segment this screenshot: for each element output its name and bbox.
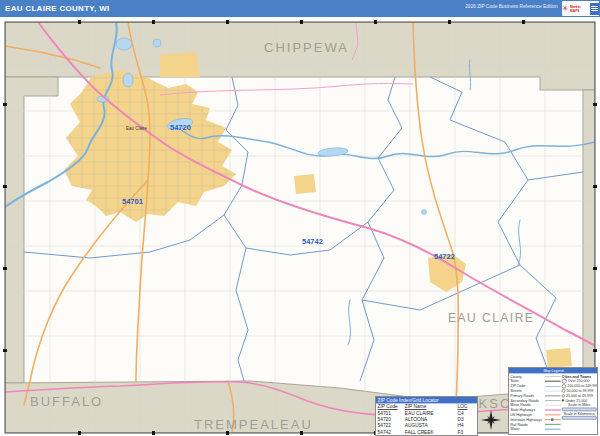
city-symbol-icon — [562, 394, 565, 397]
scale-km-bar — [562, 416, 597, 420]
legend-label: Primary Roads — [510, 394, 545, 398]
logo-wordmark: Market MAPS — [570, 5, 589, 13]
zip-label-54701: 54701 — [122, 197, 143, 206]
county-label-eau-claire: EAU CLAIRE — [448, 311, 534, 325]
table-row: 54742 FALL CREEK F3 — [376, 429, 478, 435]
logo-chip-icon — [590, 3, 599, 15]
primary-roads-swatch — [545, 395, 561, 396]
zip-index-table: ZIP Code Index/Grid Locator ZIP Code ZIP… — [375, 396, 478, 436]
population-class: 100,000 to 249,999 — [562, 384, 597, 389]
map-layers: CHIPPEWA EAU CLAIRE BUFFALO TREMPEALEAU … — [5, 22, 595, 433]
logo-brand-top: Market — [570, 5, 581, 7]
legend-label: State Highways — [510, 408, 545, 412]
legend-city-symbols: Cities and Towns Over 250,000 100,000 to… — [562, 373, 598, 432]
railroads-swatch — [545, 424, 561, 425]
logo-star-icon: ✳ — [562, 5, 569, 13]
us-hwy-swatch — [545, 414, 561, 415]
cell-code: 54742 — [376, 429, 405, 435]
cell-name: FALL CREEK — [405, 429, 458, 435]
scale-kilometers: Scale in Kilometers — [562, 412, 597, 420]
title-bar: EAU CLAIRE COUNTY, WI 2026 ZIP Code Busi… — [0, 0, 600, 17]
population-class: Under 25,000 — [562, 398, 597, 403]
zip-label-54720: 54720 — [170, 123, 191, 132]
city-label-eau-claire: Eau Claire — [126, 126, 148, 131]
legend-item: Water — [510, 427, 560, 432]
county-line-swatch — [545, 376, 561, 377]
legend-label: Minor Roads — [510, 403, 545, 407]
legend-label: Rail Roads — [510, 423, 545, 427]
streets-swatch — [545, 391, 561, 392]
logo-brand-bottom: MAPS — [570, 9, 581, 11]
zip-label-54722: 54722 — [434, 252, 455, 261]
county-label-chippewa: CHIPPEWA — [264, 40, 349, 55]
legend-label: Secondary Roads — [510, 399, 545, 403]
population-class: 50,000 to 99,999 — [562, 388, 597, 393]
scale-miles: Scale in Miles — [562, 403, 597, 411]
population-label: Over 250,000 — [568, 379, 590, 383]
zip-label-54742: 54742 — [302, 237, 323, 246]
legend-label: County — [510, 375, 545, 379]
scale-km-label: Scale in Kilometers — [562, 412, 597, 416]
population-label: 25,000 to 49,999 — [566, 394, 593, 398]
population-class: 25,000 to 49,999 — [562, 393, 597, 398]
secondary-roads-swatch — [545, 400, 561, 401]
city-symbol-icon — [562, 399, 564, 401]
map-legend: Map Legend County State ZIP Code Streets… — [508, 367, 598, 435]
publisher-logo: ✳ Market MAPS — [562, 1, 599, 16]
county-label-buffalo: BUFFALO — [30, 394, 103, 409]
zip-line-swatch — [545, 386, 561, 387]
legend-label: Water — [510, 427, 545, 431]
minor-roads-swatch — [545, 405, 561, 406]
legend-label: Streets — [510, 389, 545, 393]
population-label: 50,000 to 99,999 — [567, 389, 594, 393]
city-symbol-icon — [562, 384, 566, 388]
state-hwy-swatch — [545, 409, 561, 410]
interstate-swatch — [545, 419, 561, 420]
edition-label: 2026 ZIP Code Business Reference Edition — [465, 4, 558, 9]
legend-label: US Highways — [510, 413, 545, 417]
map-page: CHIPPEWA EAU CLAIRE BUFFALO TREMPEALEAU … — [0, 0, 600, 436]
legend-label: Interstate Highways — [510, 418, 545, 422]
population-label: Under 25,000 — [565, 399, 587, 403]
cell-loc: F3 — [458, 429, 477, 435]
legend-line-samples: County State ZIP Code Streets Primary Ro… — [509, 373, 562, 432]
legend-label: State — [510, 379, 545, 383]
city-symbol-icon — [562, 389, 566, 393]
population-label: 100,000 to 249,999 — [567, 384, 598, 388]
state-line-swatch — [545, 381, 561, 382]
county-label-trempealeau: TREMPEALEAU — [194, 417, 313, 432]
water-swatch — [545, 429, 561, 430]
page-title: EAU CLAIRE COUNTY, WI — [5, 0, 110, 17]
city-symbol-icon — [562, 379, 567, 384]
legend-label: ZIP Code — [510, 384, 545, 388]
scale-miles-bar — [562, 408, 597, 412]
